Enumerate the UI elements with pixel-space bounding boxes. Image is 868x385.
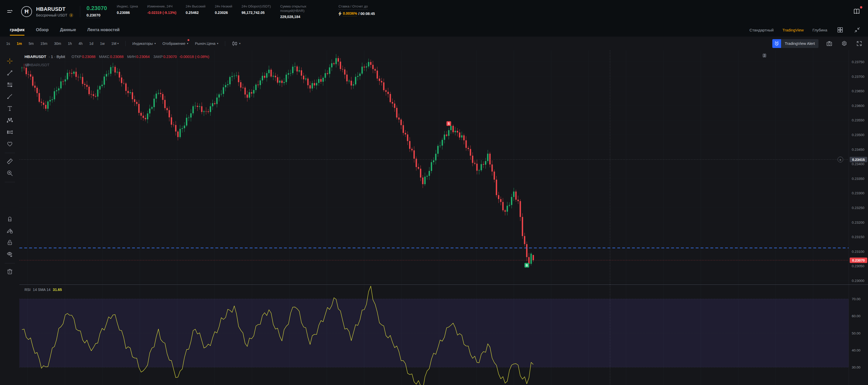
last-price-tag: 0.23070 <box>850 257 867 263</box>
chart-settings-icon[interactable] <box>840 39 848 48</box>
timeframe-1d[interactable]: 1d <box>89 41 93 46</box>
ohlc-label: МАКС <box>99 55 110 59</box>
menu-Рыноч.Цена[interactable]: Рыноч.Цена▾ <box>195 41 218 46</box>
brush-tool-icon[interactable] <box>4 91 16 102</box>
mark-price[interactable]: 0.23070 <box>86 13 100 18</box>
tradingview-alert-button[interactable]: TradingView Alert <box>772 39 818 48</box>
collapse-panel-icon[interactable] <box>853 26 861 34</box>
funding-rate[interactable]: 0.0036% <box>343 11 357 16</box>
menu-Отображение[interactable]: Отображение▾ <box>162 41 188 46</box>
layout-grid-icon[interactable] <box>836 26 844 34</box>
tab-Лента новостей[interactable]: Лента новостей <box>88 28 120 32</box>
timeframe-1s[interactable]: 1s <box>6 41 10 46</box>
menu-Индикаторы[interactable]: Индикаторы▾ <box>132 41 156 46</box>
timeframe-label: 1h <box>68 41 72 46</box>
maximize-pane-icon[interactable] <box>762 54 767 58</box>
fullscreen-icon[interactable] <box>855 39 863 48</box>
chevron-down-icon: ▾ <box>239 42 240 45</box>
mode-Глубина[interactable]: Глубина <box>812 28 827 32</box>
stat-label: 24ч Низкий <box>215 4 232 8</box>
ohlc-value: 0.23064 <box>136 55 150 59</box>
zoom-in-tool-icon[interactable] <box>4 168 16 179</box>
buy-marker[interactable]: B <box>524 263 529 268</box>
eye-off-icon[interactable] <box>25 63 30 67</box>
stat-value: 98,172,742.05 <box>242 10 271 15</box>
hamburger-menu-icon[interactable] <box>5 7 14 16</box>
timeframe-1m[interactable]: 1m <box>17 41 22 46</box>
chevron-down-icon: ▾ <box>217 42 218 45</box>
stat-value: 0.23026 <box>215 10 232 15</box>
orderbook-panel-icon[interactable] <box>852 7 861 16</box>
alarm-clock-icon <box>772 39 781 48</box>
svg-text:B: B <box>526 264 528 267</box>
price-axis-label: 0.23650 <box>852 89 864 93</box>
price-axis-label: 0.23100 <box>852 249 864 253</box>
ohlc-label: ОТКР <box>71 55 81 59</box>
xabcd-pattern-tool-icon[interactable] <box>4 115 16 126</box>
drawing-lock-tool-icon[interactable] <box>4 225 16 236</box>
rsi-legend[interactable]: RSI 14 SMA 14 31.65 <box>25 288 62 292</box>
pane-separator[interactable] <box>19 284 868 285</box>
rsi-pane <box>19 285 849 385</box>
ticker-header: Ħ HBARUSDT Бессрочный USDT i 0.23070 0.2… <box>0 0 868 23</box>
remove-drawings-tool-icon[interactable] <box>4 266 16 277</box>
snapshot-camera-icon[interactable] <box>825 39 833 48</box>
crosshair-tool-icon[interactable] <box>4 56 16 67</box>
ohlc-label: ЗАКР <box>153 55 163 59</box>
quick-order-plus-icon[interactable]: + <box>838 157 843 162</box>
trend-line-tool-icon[interactable] <box>4 67 16 79</box>
sell-marker[interactable]: S <box>446 121 451 126</box>
text-tool-icon[interactable] <box>4 103 16 114</box>
timeframe-1h[interactable]: 1h <box>68 41 72 46</box>
mode-TradingView[interactable]: TradingView <box>782 28 804 32</box>
timeframe-label: 1m <box>17 41 22 46</box>
stat-label: Изменение, 24Ч <box>147 4 177 8</box>
timeframe-label: 30m <box>54 41 61 46</box>
alert-button-label: TradingView Alert <box>781 39 818 48</box>
lightning-icon <box>338 11 342 16</box>
tab-график[interactable]: график <box>10 28 25 32</box>
magnet-tool-icon[interactable] <box>4 213 16 224</box>
stat-label: 24ч Оборот(USDT) <box>242 4 271 8</box>
fib-retracement-tool-icon[interactable] <box>4 79 16 91</box>
stat-label: Сумма открытых позиций(HBAR) <box>280 4 329 13</box>
chart-canvas[interactable]: SB HBARUSDT · 1 · Bybit ОТКР0.23088МАКС0… <box>19 50 849 385</box>
stat-value: 0.25462 <box>186 10 206 15</box>
mode-Стандартный[interactable]: Стандартный <box>750 28 774 32</box>
lock-all-drawings-tool-icon[interactable] <box>4 237 16 248</box>
toolbar-divider <box>5 263 15 264</box>
timeframe-1w[interactable]: 1w <box>100 41 105 46</box>
tab-Данные[interactable]: Данные <box>60 28 76 32</box>
funding-label[interactable]: Ставка / Отсчет до <box>338 4 375 9</box>
ticker-stat: 24ч Низкий0.23026 <box>215 4 232 14</box>
timeframe-1M[interactable]: 1M▾ <box>112 41 119 46</box>
ohlc-value: 0.23070 <box>163 55 177 59</box>
price-axis-label: 0.23750 <box>852 60 864 64</box>
info-icon[interactable]: i <box>69 13 73 17</box>
tab-Обзор[interactable]: Обзор <box>36 28 49 32</box>
contract-type-label: Бессрочный USDT <box>36 13 67 17</box>
price-axis[interactable]: 0.237500.237000.236500.236000.235500.235… <box>849 50 868 385</box>
ohlc-item: МИН0.23064 <box>127 55 150 59</box>
stat-value: 0.23086 <box>117 10 138 15</box>
timeframe-15m[interactable]: 15m <box>40 41 47 46</box>
candle-type-selector[interactable]: ▾ <box>232 41 240 46</box>
measure-tool-icon[interactable] <box>4 156 16 167</box>
price-axis-label: 0.23300 <box>852 191 864 195</box>
rsi-axis-label: 60.00 <box>852 314 861 318</box>
hbar-logo: Ħ <box>21 6 32 17</box>
timeframe-4h[interactable]: 4h <box>79 41 83 46</box>
hide-all-drawings-tool-icon[interactable] <box>4 249 16 260</box>
ticker-stats: Индекс. Цена0.23086Изменение, 24Ч-0.0231… <box>117 4 375 19</box>
crosshair-price-tag: 0.23415 <box>850 157 867 162</box>
legend-meta: · 1 · Bybit <box>49 55 65 59</box>
price-axis-label: 0.23150 <box>852 235 864 239</box>
timeframe-label: 5m <box>29 41 34 46</box>
long-short-position-tool-icon[interactable] <box>4 127 16 138</box>
timeframe-5m[interactable]: 5m <box>29 41 34 46</box>
nav-tabs: графикОбзорДанныеЛента новостей <box>10 28 120 32</box>
timeframe-30m[interactable]: 30m <box>54 41 61 46</box>
chevron-down-icon: ▾ <box>155 42 156 45</box>
emoji-tool-icon[interactable] <box>4 138 16 150</box>
legend-symbol[interactable]: HBARUSDT <box>25 55 46 59</box>
